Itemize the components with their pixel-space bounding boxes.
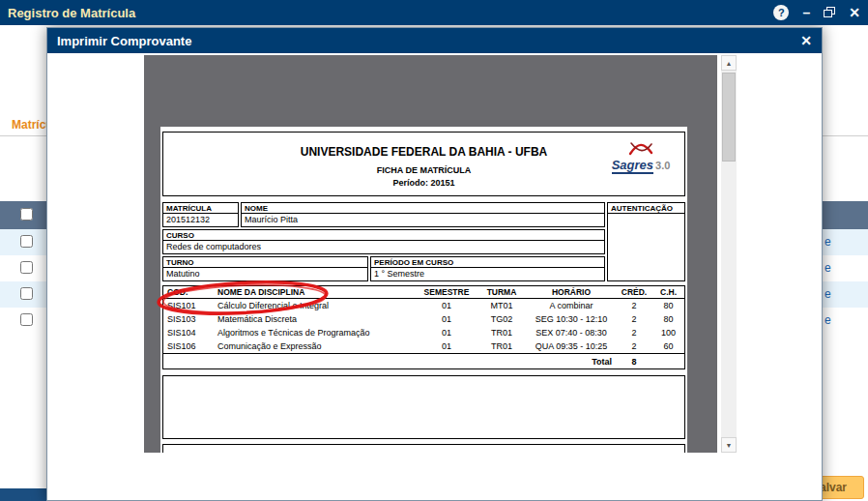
cell-horario: A combinar — [527, 301, 616, 310]
field-value: 1 ° Semestre — [371, 268, 604, 280]
cell-cred: 2 — [616, 341, 652, 351]
field-periodo-em-curso: PERÍODO EM CURSO 1 ° Semestre — [370, 256, 605, 281]
field-label: TURNO — [163, 257, 367, 268]
col-header: SEMESTRE — [417, 287, 477, 297]
col-header: COD. — [163, 287, 214, 297]
window-titlebar: Registro de Matrícula ? – ✕ — [0, 0, 868, 25]
period-label: Período: 20151 — [163, 178, 684, 188]
sagres-logo: Sagres 3.0 — [605, 140, 677, 174]
dialog-title: Imprimir Comprovante — [57, 34, 191, 48]
cell-turma: TR01 — [477, 341, 527, 351]
cell-ch: 80 — [652, 314, 684, 324]
field-autenticacao: AUTENTICAÇÃO — [607, 202, 685, 281]
field-value: Redes de computadores — [163, 241, 604, 253]
select-all-checkbox[interactable] — [20, 208, 33, 221]
document-header-box: UNIVERSIDADE FEDERAL DA BAHIA - UFBA FIC… — [162, 132, 685, 196]
cell-turma: MT01 — [477, 301, 527, 310]
cell-semestre: 01 — [417, 341, 477, 351]
minimize-icon[interactable]: – — [802, 6, 810, 19]
cell-cod: SIS106 — [163, 341, 214, 351]
row-link[interactable]: e — [825, 235, 831, 249]
cell-nome: Matemática Discreta — [214, 314, 417, 324]
discipline-row: SIS101 Cálculo Diferencial e Integral 01… — [163, 299, 684, 312]
cell-semestre: 01 — [417, 314, 477, 324]
window-close-icon[interactable]: ✕ — [849, 6, 860, 19]
disciplines-header: COD. NOME DA DISCIPLINA SEMESTRE TURMA H… — [163, 286, 684, 299]
logo-brand: Sagres — [612, 158, 653, 174]
row-checkbox[interactable] — [20, 313, 33, 326]
cell-cred: 2 — [616, 314, 652, 324]
cell-cred: 2 — [616, 301, 652, 310]
dialog-close-icon[interactable]: ✕ — [800, 33, 812, 48]
field-matricula: MATRÍCULA 201512132 — [162, 202, 239, 227]
help-icon[interactable]: ? — [773, 5, 789, 20]
field-curso: CURSO Redes de computadores — [162, 229, 605, 254]
col-header: TURMA — [477, 287, 527, 297]
col-header: NOME DA DISCIPLINA — [214, 287, 417, 297]
window-title: Registro de Matrícula — [8, 6, 135, 20]
discipline-row: SIS104 Algoritmos e Técnicas de Programa… — [163, 326, 684, 339]
col-header: CRÉD. — [616, 287, 652, 297]
logo-version: 3.0 — [655, 160, 670, 171]
field-value: Matutino — [163, 268, 367, 280]
col-header: C.H. — [652, 287, 684, 297]
discipline-row: SIS106 Comunicação e Expressão 01 TR01 Q… — [163, 339, 684, 353]
field-label: AUTENTICAÇÃO — [608, 203, 684, 214]
col-header: HORÁRIO — [527, 287, 616, 297]
cell-nome: Comunicação e Expressão — [214, 341, 417, 351]
dialog-header: Imprimir Comprovante ✕ — [47, 28, 822, 53]
imprimir-comprovante-dialog: Imprimir Comprovante ✕ UNIVERSIDADE FEDE… — [46, 27, 823, 501]
scrollbar-thumb[interactable] — [722, 73, 736, 162]
row-checkbox[interactable] — [20, 235, 33, 248]
row-link[interactable]: e — [825, 313, 831, 327]
signature-box — [162, 444, 685, 453]
print-preview-area: UNIVERSIDADE FEDERAL DA BAHIA - UFBA FIC… — [144, 55, 717, 453]
field-label: PERÍODO EM CURSO — [371, 257, 604, 268]
disciplines-total-row: Total 8 — [163, 353, 684, 368]
footer-strip — [0, 488, 46, 501]
field-label: NOME — [242, 203, 604, 214]
cell-nome: Algoritmos e Técnicas de Programação — [214, 328, 417, 338]
total-value: 8 — [616, 357, 652, 367]
screen: Registro de Matrícula ? – ✕ Matrícula e — [0, 0, 868, 501]
cell-nome: Cálculo Diferencial e Integral — [214, 301, 417, 310]
window-controls: ? – ✕ — [773, 5, 860, 20]
restore-icon[interactable] — [824, 6, 835, 19]
cell-turma: TR01 — [477, 328, 527, 338]
cell-cod: SIS101 — [163, 301, 214, 310]
row-checkbox[interactable] — [20, 287, 33, 300]
scroll-up-icon[interactable]: ▲ — [721, 55, 737, 71]
field-value: Maurício Pitta — [242, 214, 604, 226]
cell-horario: QUA 09:35 - 10:25 — [527, 341, 616, 351]
total-label: Total — [527, 357, 616, 367]
discipline-row: SIS103 Matemática Discreta 01 TG02 SEG 1… — [163, 312, 684, 326]
cell-ch: 100 — [652, 328, 684, 338]
student-fields: MATRÍCULA 201512132 NOME Maurício Pitta … — [162, 202, 685, 281]
field-value: 201512132 — [163, 214, 238, 226]
cell-semestre: 01 — [417, 301, 477, 310]
cell-ch: 60 — [652, 341, 684, 351]
scroll-down-icon[interactable]: ▼ — [721, 437, 737, 453]
row-link[interactable]: e — [825, 261, 831, 275]
observations-box — [162, 375, 685, 439]
cell-cod: SIS103 — [163, 314, 214, 324]
cell-horario: SEX 07:40 - 08:30 — [527, 328, 616, 338]
field-label: MATRÍCULA — [163, 203, 238, 214]
cell-semestre: 01 — [417, 328, 477, 338]
field-label: CURSO — [163, 230, 604, 241]
preview-scrollbar[interactable]: ▲ ▼ — [721, 55, 737, 453]
cell-turma: TG02 — [477, 314, 527, 324]
cell-cod: SIS104 — [163, 328, 214, 338]
field-turno: TURNO Matutino — [162, 256, 368, 281]
row-checkbox[interactable] — [20, 261, 33, 274]
document-page: UNIVERSIDADE FEDERAL DA BAHIA - UFBA FIC… — [160, 127, 687, 453]
field-nome: NOME Maurício Pitta — [241, 202, 605, 227]
cell-horario: SEG 10:30 - 12:10 — [527, 314, 616, 324]
disciplines-table: COD. NOME DA DISCIPLINA SEMESTRE TURMA H… — [162, 285, 685, 369]
row-link[interactable]: e — [825, 287, 831, 301]
sagres-logo-mark-icon — [624, 140, 657, 156]
cell-cred: 2 — [616, 328, 652, 338]
cell-ch: 80 — [652, 301, 684, 310]
